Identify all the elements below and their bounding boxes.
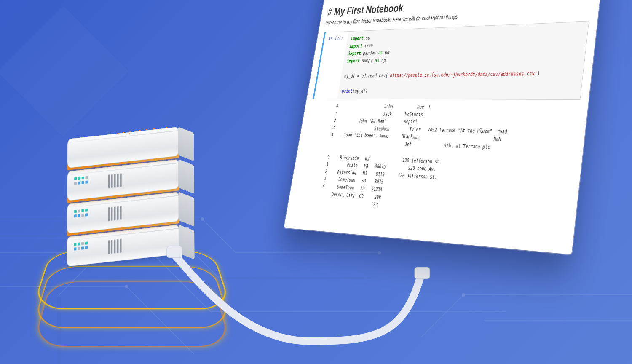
- svg-point-5: [462, 293, 465, 297]
- cell-output-block-2: 0 Riverside NJ 120 jefferson st. 1 Phila…: [315, 153, 573, 233]
- svg-rect-8: [415, 267, 430, 279]
- cell-prompt: In [2]:: [324, 32, 346, 45]
- svg-rect-6: [0, 6, 129, 137]
- cell-code-area[interactable]: import os import json import pandas as p…: [337, 21, 589, 99]
- server-illustration: jupyter: [55, 135, 206, 303]
- notebook-body: # My First Notebook Welcome to my first …: [286, 0, 601, 241]
- jupyter-notebook-window: Jupyter File Edit View Insert Cell Kerne…: [284, 0, 607, 254]
- svg-point-4: [378, 251, 381, 254]
- cell-output-block-1: 0 John Doe \ 1 Jack McGinnis 2 John "Da …: [325, 99, 580, 163]
- code-cell[interactable]: In [2]: import os import json import pan…: [313, 21, 589, 100]
